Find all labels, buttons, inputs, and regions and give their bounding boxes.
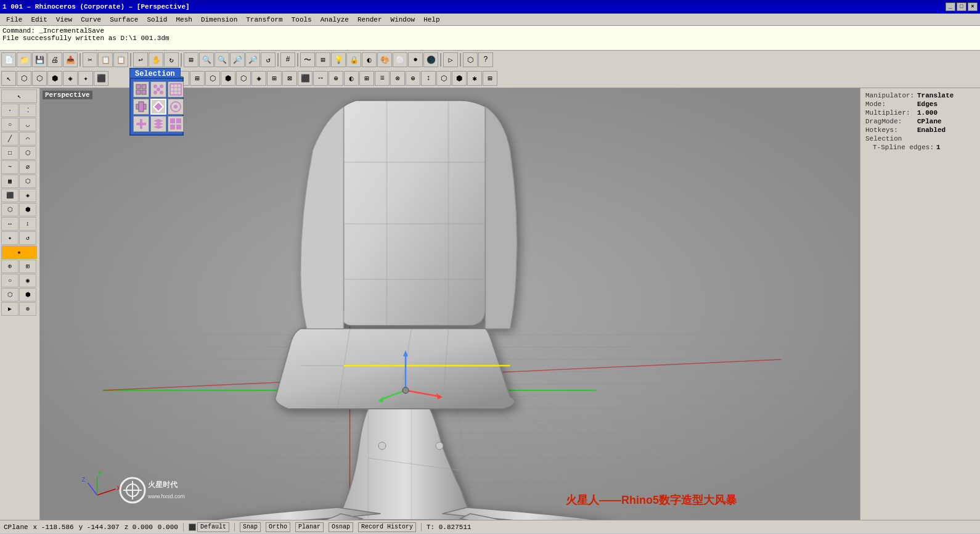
close-button[interactable]: × bbox=[968, 2, 978, 11]
tsp20[interactable]: ⊞ bbox=[359, 71, 374, 86]
render-button[interactable]: 🌑 bbox=[423, 52, 438, 67]
tsp1[interactable]: ⬡ bbox=[17, 71, 31, 86]
mesh2-tool[interactable]: ⬢ bbox=[19, 203, 36, 216]
osnap-button[interactable]: Osnap bbox=[329, 522, 353, 532]
menu-curve[interactable]: Curve bbox=[77, 15, 105, 24]
sphere-button[interactable]: ⚪ bbox=[393, 52, 407, 67]
mesh-tool[interactable]: ⬡ bbox=[1, 203, 18, 216]
material-button[interactable]: ◐ bbox=[362, 52, 377, 67]
polygon-tool[interactable]: ⬡ bbox=[19, 146, 36, 160]
tsp22[interactable]: ⊗ bbox=[390, 71, 405, 86]
curve-tool[interactable]: ~ bbox=[1, 160, 18, 174]
sel-icon-5[interactable] bbox=[150, 99, 166, 115]
menu-solid[interactable]: Solid bbox=[143, 15, 171, 24]
tsp-tool6[interactable]: ⬢ bbox=[19, 288, 36, 302]
select-tool[interactable]: ↖ bbox=[1, 89, 37, 103]
snap-curve-button[interactable]: 〜 bbox=[300, 52, 315, 67]
menu-help[interactable]: Help bbox=[420, 15, 443, 24]
tsp-tool3[interactable]: ○ bbox=[1, 274, 18, 287]
tsp12[interactable]: ⬡ bbox=[236, 71, 251, 86]
tsp18[interactable]: ⊕ bbox=[329, 71, 343, 86]
point-tool[interactable]: · bbox=[1, 104, 18, 117]
tspline-button[interactable]: ⬡ bbox=[463, 52, 478, 67]
snap-button[interactable]: Snap bbox=[240, 522, 261, 532]
tsp3[interactable]: ⬢ bbox=[47, 71, 62, 86]
tsp-tool1[interactable]: ⊕ bbox=[1, 260, 18, 273]
polyline-tool[interactable]: ⌒ bbox=[19, 132, 36, 146]
circle-tool[interactable]: ○ bbox=[1, 118, 18, 131]
color-button[interactable]: 🎨 bbox=[377, 52, 392, 67]
menu-window[interactable]: Window bbox=[387, 15, 419, 24]
record-history-button[interactable]: Record History bbox=[358, 522, 416, 532]
import-button[interactable]: 📥 bbox=[63, 52, 78, 67]
rect-tool[interactable]: □ bbox=[1, 146, 18, 160]
sel-icon-1[interactable] bbox=[133, 81, 149, 97]
tsp11[interactable]: ⬢ bbox=[221, 71, 235, 86]
freeform-tool[interactable]: ⌀ bbox=[19, 160, 36, 174]
rotate-button[interactable]: ↻ bbox=[164, 52, 179, 67]
tsp-tool8[interactable]: ⊗ bbox=[19, 302, 36, 316]
copy-button[interactable]: 📋 bbox=[98, 52, 113, 67]
tsp-tool2[interactable]: ⊞ bbox=[19, 260, 36, 273]
planar-button[interactable]: Planar bbox=[295, 522, 324, 532]
tsp23[interactable]: ⊕ bbox=[406, 71, 420, 86]
tsp28[interactable]: ⊞ bbox=[483, 71, 497, 86]
print-button[interactable]: 🖨 bbox=[47, 52, 62, 67]
save-button[interactable]: 💾 bbox=[32, 52, 47, 67]
grid-button[interactable]: ⊞ bbox=[316, 52, 330, 67]
dim2-tool[interactable]: ↕ bbox=[19, 217, 36, 231]
minimize-button[interactable]: _ bbox=[945, 2, 955, 11]
select-button[interactable]: ↖ bbox=[1, 71, 16, 86]
tsp-tool5[interactable]: ⬡ bbox=[1, 288, 18, 302]
solid-tool[interactable]: ⬛ bbox=[1, 189, 18, 202]
line-tool[interactable]: ╱ bbox=[1, 132, 18, 146]
tsp27[interactable]: ✱ bbox=[467, 71, 482, 86]
open-button[interactable]: 📁 bbox=[17, 52, 31, 67]
zoom-out-button[interactable]: 🔍 bbox=[214, 52, 229, 67]
multipoint-tool[interactable]: ⁚ bbox=[19, 104, 36, 117]
arrow-button[interactable]: ▷ bbox=[443, 52, 458, 67]
menu-edit[interactable]: Edit bbox=[27, 15, 51, 24]
tsp26[interactable]: ⬢ bbox=[452, 71, 467, 86]
menu-mesh[interactable]: Mesh bbox=[172, 15, 195, 24]
tsp14[interactable]: ⊞ bbox=[267, 71, 282, 86]
tsp10[interactable]: ⬡ bbox=[205, 71, 220, 86]
surface-tool[interactable]: ▦ bbox=[1, 175, 18, 188]
dim-tool[interactable]: ↔ bbox=[1, 217, 18, 231]
tsp13[interactable]: ◈ bbox=[251, 71, 266, 86]
menu-surface[interactable]: Surface bbox=[106, 15, 142, 24]
tsp19[interactable]: ◐ bbox=[344, 71, 359, 86]
tsp25[interactable]: ⬡ bbox=[436, 71, 451, 86]
menu-tools[interactable]: Tools bbox=[288, 15, 316, 24]
sel-icon-3[interactable] bbox=[168, 81, 184, 97]
lock-button[interactable]: 🔒 bbox=[346, 52, 361, 67]
menu-file[interactable]: File bbox=[2, 15, 26, 24]
help-button[interactable]: ? bbox=[478, 52, 493, 67]
extrude-tool[interactable]: ⬡ bbox=[19, 175, 36, 188]
zoom-selected-button[interactable]: 🔎 bbox=[245, 52, 260, 67]
tsp21[interactable]: ≡ bbox=[375, 71, 390, 86]
sel-icon-7[interactable] bbox=[133, 116, 149, 132]
layer-button[interactable]: Default bbox=[197, 522, 229, 532]
menu-view[interactable]: View bbox=[52, 15, 76, 24]
menu-render[interactable]: Render bbox=[354, 15, 386, 24]
arc-tool[interactable]: ◡ bbox=[19, 118, 36, 131]
tsp9[interactable]: ⊞ bbox=[190, 71, 205, 86]
tsp2[interactable]: ⬡ bbox=[32, 71, 47, 86]
ortho-button[interactable]: Ortho bbox=[266, 522, 290, 532]
new-button[interactable]: 📄 bbox=[1, 52, 16, 67]
tsp4[interactable]: ◈ bbox=[63, 71, 78, 86]
tsp17[interactable]: ↔ bbox=[313, 71, 328, 86]
sel-icon-8[interactable] bbox=[150, 116, 166, 132]
sel-icon-2[interactable] bbox=[150, 81, 166, 97]
rotate3d-tool[interactable]: ↺ bbox=[19, 231, 36, 245]
viewport[interactable]: Perspective bbox=[40, 88, 860, 520]
maximize-button[interactable]: □ bbox=[957, 2, 966, 11]
undo-button[interactable]: ↩ bbox=[133, 52, 148, 67]
cut-button[interactable]: ✂ bbox=[83, 52, 97, 67]
zoom-in-button[interactable]: 🔍 bbox=[199, 52, 214, 67]
zoom-extents-button[interactable]: ⊞ bbox=[184, 52, 198, 67]
light-button[interactable]: 💡 bbox=[331, 52, 346, 67]
solid2-tool[interactable]: ◈ bbox=[19, 189, 36, 202]
tsp16[interactable]: ⬛ bbox=[298, 71, 312, 86]
